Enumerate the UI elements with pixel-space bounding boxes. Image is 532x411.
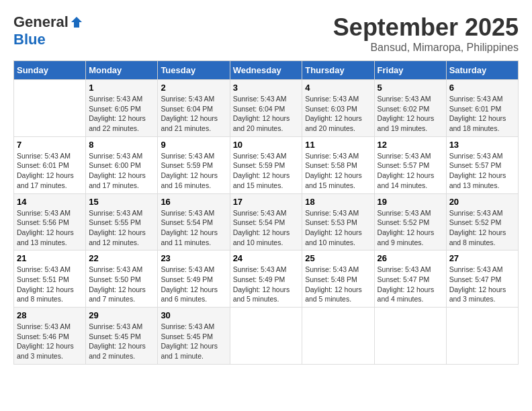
calendar-cell: 11Sunrise: 5:43 AM Sunset: 5:58 PM Dayli… [302,136,374,193]
calendar-cell: 24Sunrise: 5:43 AM Sunset: 5:49 PM Dayli… [230,250,302,308]
day-info: Sunrise: 5:43 AM Sunset: 5:55 PM Dayligh… [89,208,154,248]
calendar-week-row: 21Sunrise: 5:43 AM Sunset: 5:51 PM Dayli… [14,250,519,308]
calendar-header-thursday: Thursday [302,61,374,80]
calendar-cell [446,308,518,365]
day-number: 18 [305,197,371,207]
calendar-cell [374,308,446,365]
calendar-cell: 1Sunrise: 5:43 AM Sunset: 6:05 PM Daylig… [86,80,158,137]
day-info: Sunrise: 5:43 AM Sunset: 6:04 PM Dayligh… [233,94,300,134]
day-number: 23 [161,253,226,263]
calendar-cell: 6Sunrise: 5:43 AM Sunset: 6:01 PM Daylig… [446,80,518,137]
calendar-cell: 26Sunrise: 5:43 AM Sunset: 5:47 PM Dayli… [374,250,446,308]
day-number: 22 [89,253,154,263]
calendar-header-monday: Monday [86,61,158,80]
calendar-cell: 27Sunrise: 5:43 AM Sunset: 5:47 PM Dayli… [446,250,518,308]
calendar-cell: 29Sunrise: 5:43 AM Sunset: 5:45 PM Dayli… [86,308,158,365]
calendar-header-sunday: Sunday [14,61,86,80]
day-info: Sunrise: 5:43 AM Sunset: 6:01 PM Dayligh… [449,94,515,134]
day-info: Sunrise: 5:43 AM Sunset: 5:49 PM Dayligh… [233,265,300,304]
calendar-header-saturday: Saturday [446,61,518,80]
day-number: 12 [378,140,443,150]
calendar-header-wednesday: Wednesday [230,61,302,80]
day-number: 29 [89,310,154,320]
day-number: 4 [305,83,371,93]
day-info: Sunrise: 5:43 AM Sunset: 5:48 PM Dayligh… [305,265,371,304]
day-info: Sunrise: 5:43 AM Sunset: 5:45 PM Dayligh… [89,322,154,361]
calendar-header-friday: Friday [374,61,446,80]
day-number: 15 [89,197,154,207]
logo-general-text: General [13,13,69,31]
calendar-cell: 18Sunrise: 5:43 AM Sunset: 5:53 PM Dayli… [302,193,374,250]
calendar-week-row: 7Sunrise: 5:43 AM Sunset: 6:01 PM Daylig… [14,136,519,193]
calendar-cell [230,308,302,365]
calendar-header-row: SundayMondayTuesdayWednesdayThursdayFrid… [14,61,519,80]
calendar-cell: 9Sunrise: 5:43 AM Sunset: 5:59 PM Daylig… [158,136,230,193]
calendar-cell: 25Sunrise: 5:43 AM Sunset: 5:48 PM Dayli… [302,250,374,308]
calendar-cell: 8Sunrise: 5:43 AM Sunset: 6:00 PM Daylig… [86,136,158,193]
day-number: 6 [449,83,515,93]
day-info: Sunrise: 5:43 AM Sunset: 5:53 PM Dayligh… [305,208,371,248]
day-number: 16 [161,197,226,207]
day-info: Sunrise: 5:43 AM Sunset: 5:58 PM Dayligh… [305,151,371,191]
day-info: Sunrise: 5:43 AM Sunset: 6:04 PM Dayligh… [161,94,226,134]
day-number: 25 [305,253,371,263]
day-info: Sunrise: 5:43 AM Sunset: 5:49 PM Dayligh… [161,265,226,304]
day-number: 7 [17,140,83,150]
day-number: 20 [449,197,515,207]
location-title: Bansud, Mimaropa, Philippines [333,42,519,54]
page-header: General Blue September 2025 Bansud, Mima… [13,13,519,54]
calendar-cell [302,308,374,365]
day-info: Sunrise: 5:43 AM Sunset: 5:54 PM Dayligh… [233,208,300,248]
day-info: Sunrise: 5:43 AM Sunset: 5:59 PM Dayligh… [233,151,300,191]
day-number: 28 [17,310,83,320]
calendar-cell: 20Sunrise: 5:43 AM Sunset: 5:52 PM Dayli… [446,193,518,250]
calendar-cell: 23Sunrise: 5:43 AM Sunset: 5:49 PM Dayli… [158,250,230,308]
svg-marker-0 [71,17,82,28]
calendar-cell: 4Sunrise: 5:43 AM Sunset: 6:03 PM Daylig… [302,80,374,137]
calendar-cell: 21Sunrise: 5:43 AM Sunset: 5:51 PM Dayli… [14,250,86,308]
day-number: 24 [233,253,300,263]
day-info: Sunrise: 5:43 AM Sunset: 5:51 PM Dayligh… [17,265,83,304]
title-block: September 2025 Bansud, Mimaropa, Philipp… [333,13,519,54]
day-info: Sunrise: 5:43 AM Sunset: 5:57 PM Dayligh… [378,151,443,191]
month-title: September 2025 [333,13,519,42]
calendar-week-row: 14Sunrise: 5:43 AM Sunset: 5:56 PM Dayli… [14,193,519,250]
day-info: Sunrise: 5:43 AM Sunset: 5:56 PM Dayligh… [17,208,83,248]
calendar-cell: 14Sunrise: 5:43 AM Sunset: 5:56 PM Dayli… [14,193,86,250]
day-number: 13 [449,140,515,150]
day-info: Sunrise: 5:43 AM Sunset: 5:59 PM Dayligh… [161,151,226,191]
calendar-week-row: 1Sunrise: 5:43 AM Sunset: 6:05 PM Daylig… [14,80,519,137]
day-number: 21 [17,253,83,263]
calendar-cell: 10Sunrise: 5:43 AM Sunset: 5:59 PM Dayli… [230,136,302,193]
calendar-cell: 28Sunrise: 5:43 AM Sunset: 5:46 PM Dayli… [14,308,86,365]
calendar-cell: 30Sunrise: 5:43 AM Sunset: 5:45 PM Dayli… [158,308,230,365]
calendar-cell: 7Sunrise: 5:43 AM Sunset: 6:01 PM Daylig… [14,136,86,193]
logo: General Blue [13,13,83,48]
day-info: Sunrise: 5:43 AM Sunset: 6:05 PM Dayligh… [89,94,154,134]
calendar-cell: 3Sunrise: 5:43 AM Sunset: 6:04 PM Daylig… [230,80,302,137]
day-number: 11 [305,140,371,150]
day-number: 26 [378,253,443,263]
day-info: Sunrise: 5:43 AM Sunset: 6:02 PM Dayligh… [378,94,443,134]
calendar-cell: 13Sunrise: 5:43 AM Sunset: 5:57 PM Dayli… [446,136,518,193]
day-info: Sunrise: 5:43 AM Sunset: 5:50 PM Dayligh… [89,265,154,304]
day-info: Sunrise: 5:43 AM Sunset: 5:52 PM Dayligh… [378,208,443,248]
day-number: 27 [449,253,515,263]
calendar-cell: 5Sunrise: 5:43 AM Sunset: 6:02 PM Daylig… [374,80,446,137]
day-number: 19 [378,197,443,207]
day-info: Sunrise: 5:43 AM Sunset: 5:52 PM Dayligh… [449,208,515,248]
calendar-table: SundayMondayTuesdayWednesdayThursdayFrid… [13,60,519,365]
day-info: Sunrise: 5:43 AM Sunset: 6:03 PM Dayligh… [305,94,371,134]
calendar-week-row: 28Sunrise: 5:43 AM Sunset: 5:46 PM Dayli… [14,308,519,365]
calendar-cell [14,80,86,137]
day-number: 3 [233,83,300,93]
day-info: Sunrise: 5:43 AM Sunset: 6:01 PM Dayligh… [17,151,83,191]
calendar-cell: 15Sunrise: 5:43 AM Sunset: 5:55 PM Dayli… [86,193,158,250]
calendar-cell: 17Sunrise: 5:43 AM Sunset: 5:54 PM Dayli… [230,193,302,250]
day-number: 9 [161,140,226,150]
calendar-cell: 16Sunrise: 5:43 AM Sunset: 5:54 PM Dayli… [158,193,230,250]
day-info: Sunrise: 5:43 AM Sunset: 5:46 PM Dayligh… [17,322,83,361]
day-number: 2 [161,83,226,93]
logo-blue-text: Blue [13,31,46,48]
day-number: 1 [89,83,154,93]
